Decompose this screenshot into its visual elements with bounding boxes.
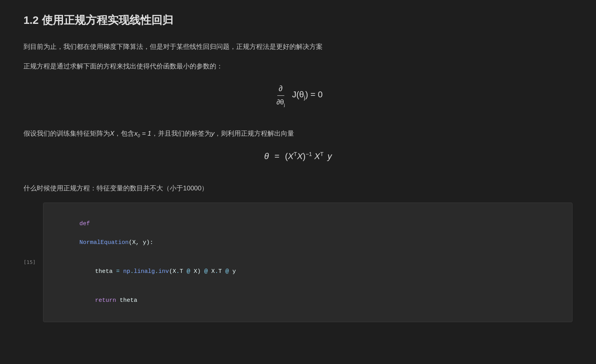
- code-line-3: return theta: [51, 287, 564, 315]
- section-title: 1.2 使用正规方程实现线性回归: [23, 12, 573, 29]
- cell-number: [15]: [23, 258, 36, 266]
- keyword-return: return: [95, 297, 116, 304]
- paragraph-4: 什么时候使用正规方程：特征变量的数目并不大（小于10000）: [23, 183, 573, 195]
- paragraph-2: 正规方程是通过求解下面的方程来找出使得代价函数最小的参数的：: [23, 61, 573, 73]
- return-value: theta: [116, 297, 137, 304]
- formula-normal-equation: θ = (XTX)−1 XT y: [23, 149, 573, 163]
- paragraph-3: 假设我们的训练集特征矩阵为X，包含x0 = 1，并且我们的标签为y，则利用正规方…: [23, 128, 573, 140]
- function-name: NormalEquation: [79, 239, 129, 246]
- code-cell: def NormalEquation(X, y): theta = np.lin…: [43, 203, 573, 322]
- paragraph-1: 到目前为止，我们都在使用梯度下降算法，但是对于某些线性回归问题，正规方程法是更好…: [23, 41, 573, 53]
- keyword-def: def: [79, 221, 90, 227]
- function-params: (X, y):: [129, 239, 153, 246]
- code-line-1: def NormalEquation(X, y):: [51, 210, 564, 257]
- formula-partial-derivative: ∂ ∂θj J(θj) = 0: [23, 82, 573, 108]
- var-theta: theta: [95, 268, 113, 275]
- code-line-2: theta = np.linalg.inv(X.T @ X) @ X.T @ y: [51, 258, 564, 286]
